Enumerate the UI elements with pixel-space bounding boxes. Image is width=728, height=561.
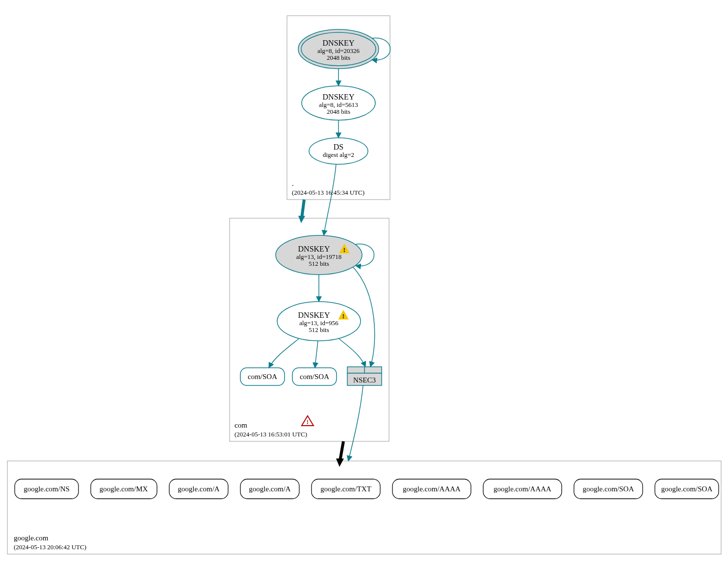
com-ksk-line2: alg=13, id=19718 (296, 253, 342, 260)
root-dnskey-zsk: DNSKEY alg=8, id=5613 2048 bits (302, 86, 375, 120)
edge-com-zsk-soa2 (315, 341, 318, 368)
root-dnskey-ksk: DNSKEY alg=8, id=20326 2048 bits (298, 29, 379, 69)
zone-com-label: com (2024-05-13 16:53:01 UTC) (234, 421, 307, 438)
svg-text:!: ! (342, 312, 344, 320)
edge-com-to-google-delegation (340, 441, 343, 461)
root-zsk-title: DNSKEY (323, 93, 355, 101)
com-nsec3-label: NSEC3 (353, 376, 376, 384)
google-record-2-label: google.com/A (178, 485, 220, 493)
google-record-8: google.com/SOA (655, 479, 719, 499)
zone-com-name: com (234, 421, 307, 431)
google-record-8-label: google.com/SOA (661, 485, 713, 493)
com-ksk-line3: 512 bits (309, 260, 329, 267)
com-dnskey-ksk: DNSKEY alg=13, id=19718 512 bits ! (276, 235, 362, 275)
com-nsec3: NSEC3 (347, 367, 382, 385)
root-ds-line2: digest alg=2 (323, 151, 354, 158)
google-record-3-label: google.com/A (249, 485, 291, 493)
zone-root-name: . (292, 179, 364, 189)
google-record-6: google.com/AAAA (483, 479, 562, 499)
root-ds: DS digest alg=2 (309, 138, 368, 164)
google-record-6-label: google.com/AAAA (494, 485, 551, 493)
zone-root-timestamp: (2024-05-13 16:45:34 UTC) (292, 189, 364, 197)
zone-google-box (7, 461, 721, 554)
edge-root-to-com-delegation-head (298, 216, 305, 223)
edge-com-zsk-nsec3 (338, 338, 365, 367)
zone-google-timestamp: (2024-05-13 20:06:42 UTC) (14, 543, 86, 552)
diagram-canvas: DNSKEY alg=8, id=20326 2048 bits DNSKEY … (0, 0, 728, 561)
google-record-0-label: google.com/NS (24, 485, 70, 493)
com-zsk-title: DNSKEY (298, 311, 330, 319)
root-ksk-title: DNSKEY (323, 39, 355, 47)
com-zsk-line3: 512 bits (309, 326, 329, 333)
zone-google-name: google.com (14, 534, 86, 543)
root-zsk-line2: alg=8, id=5613 (319, 101, 358, 108)
com-soa-1-label: com/SOA (248, 373, 277, 381)
google-record-0: google.com/NS (15, 479, 78, 499)
google-record-1-label: google.com/MX (100, 485, 148, 493)
root-ksk-line2: alg=8, id=20326 (317, 47, 360, 54)
google-record-5-label: google.com/AAAA (403, 485, 461, 493)
google-record-3: google.com/A (240, 479, 299, 499)
com-soa-2: com/SOA (292, 368, 337, 385)
com-soa-2-label: com/SOA (300, 373, 329, 381)
edge-root-to-com-delegation (302, 200, 304, 218)
edge-nsec3-to-google (348, 385, 363, 461)
google-record-7-label: google.com/SOA (583, 485, 634, 493)
svg-text:!: ! (343, 246, 345, 254)
com-dnskey-zsk: DNSKEY alg=13, id=956 512 bits ! (277, 302, 361, 341)
google-record-7: google.com/SOA (574, 479, 643, 499)
diagram-svg: DNSKEY alg=8, id=20326 2048 bits DNSKEY … (0, 0, 728, 561)
google-record-4-label: google.com/TXT (320, 485, 371, 493)
com-zsk-line2: alg=13, id=956 (299, 319, 338, 327)
zone-google-label: google.com (2024-05-13 20:06:42 UTC) (14, 534, 86, 551)
root-ds-title: DS (334, 143, 343, 151)
com-ksk-title: DNSKEY (298, 245, 330, 253)
root-zsk-line3: 2048 bits (327, 108, 350, 115)
google-record-1: google.com/MX (91, 479, 157, 499)
zone-com-timestamp: (2024-05-13 16:53:01 UTC) (234, 431, 307, 439)
edge-com-zsk-soa1 (269, 338, 299, 368)
com-soa-1: com/SOA (240, 368, 285, 385)
zone-root-label: . (2024-05-13 16:45:34 UTC) (292, 179, 364, 197)
google-record-5: google.com/AAAA (392, 479, 471, 499)
google-record-2: google.com/A (169, 479, 228, 499)
root-ksk-line3: 2048 bits (327, 54, 350, 61)
google-record-4: google.com/TXT (312, 479, 380, 499)
edge-com-to-google-delegation-head (336, 459, 344, 467)
